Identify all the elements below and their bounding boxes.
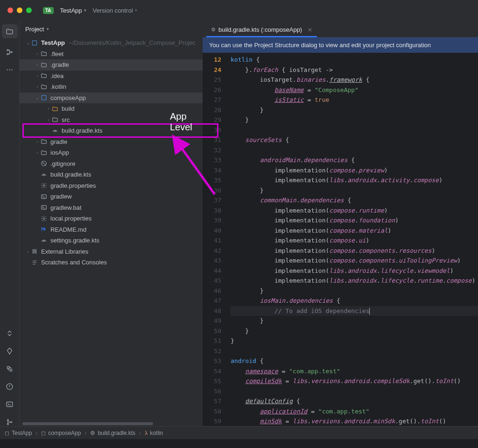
expand-icon[interactable]: › (25, 249, 31, 254)
project-view-selector[interactable]: Project ▾ (20, 21, 203, 37)
line-number[interactable]: 57 (203, 396, 221, 406)
expand-icon[interactable]: ⌄ (25, 40, 31, 45)
expand-icon[interactable]: › (35, 51, 40, 57)
code-line[interactable]: applicationId = "com.app.test" (231, 406, 478, 417)
expand-icon[interactable]: › (35, 150, 40, 155)
expand-icon[interactable]: › (46, 106, 51, 111)
code-line[interactable]: kotlin { (231, 55, 478, 65)
code-line[interactable]: defaultConfig { (231, 396, 478, 406)
code-line[interactable] (231, 145, 478, 156)
line-number[interactable]: 34 (203, 165, 221, 176)
code-line[interactable]: implementation(compose.material) (231, 226, 478, 236)
tree-node[interactable]: build.gradle.kts (20, 125, 203, 136)
code-line[interactable]: } (231, 115, 478, 125)
git-tool-icon[interactable] (6, 418, 14, 426)
line-number[interactable]: 47 (203, 296, 221, 306)
line-number[interactable]: 55 (203, 376, 221, 386)
line-number[interactable]: 42 (203, 246, 221, 256)
terminal-tool-icon[interactable] (6, 400, 14, 408)
tree-node[interactable]: README.md (20, 224, 203, 235)
expand-icon[interactable]: ⌄ (35, 95, 40, 100)
line-number[interactable]: 💡48 (203, 306, 221, 316)
line-number[interactable]: 44 (203, 266, 221, 276)
code-line[interactable]: } (231, 326, 478, 336)
line-number[interactable]: 36 (203, 185, 221, 196)
code-line[interactable]: sourceSets { (231, 135, 478, 145)
expand-icon[interactable]: › (35, 73, 40, 78)
line-number[interactable]: 52 (203, 346, 221, 356)
diamond-tool-icon[interactable] (6, 347, 14, 355)
line-number[interactable]: 40 (203, 226, 221, 236)
code-line[interactable]: android { (231, 356, 478, 366)
code-line[interactable]: namespace = "com.app.test" (231, 366, 478, 377)
line-number[interactable]: 26 (203, 85, 221, 95)
code-line[interactable] (231, 346, 478, 356)
tree-node[interactable]: ›External Libraries (20, 246, 203, 257)
code-line[interactable]: compileSdk = libs.versions.android.compi… (231, 376, 478, 386)
line-number[interactable]: 28 (203, 105, 221, 115)
zoom-window-icon[interactable] (26, 7, 32, 13)
line-number[interactable]: 50 (203, 326, 221, 336)
code-line[interactable]: implementation(compose.preview) (231, 165, 478, 176)
line-number[interactable]: 27 (203, 95, 221, 105)
more-tool-icon[interactable] (6, 65, 14, 74)
expand-icon[interactable]: › (35, 62, 40, 67)
tree-node[interactable]: build.gradle.kts (20, 169, 203, 180)
code-line[interactable]: implementation(compose.runtime) (231, 206, 478, 216)
line-number[interactable]: 53 (203, 356, 221, 366)
intention-bulb-icon[interactable]: 💡 (203, 306, 204, 316)
line-number[interactable]: 35 (203, 175, 221, 185)
code-line[interactable]: iosTarget.binaries.framework { (231, 75, 478, 85)
code-line[interactable]: baseName = "ComposeApp" (231, 85, 478, 95)
expand-icon[interactable]: › (35, 139, 40, 144)
project-structure-banner[interactable]: You can use the Project Structure dialog… (203, 37, 478, 53)
line-number[interactable]: 45 (203, 276, 221, 286)
expand-icon[interactable]: › (35, 84, 40, 89)
breadcrumb-item[interactable]: ◻TestApp› (5, 430, 37, 436)
code-line[interactable]: // To add iOS dependencies (231, 306, 478, 316)
line-number[interactable]: 41 (203, 235, 221, 246)
tree-node[interactable]: ›.kotlin (20, 81, 203, 92)
vcs-widget[interactable]: Version control ▾ (93, 7, 137, 14)
breadcrumb-item[interactable]: ⚙build.gradle.kts› (90, 430, 141, 436)
line-number[interactable]: 54 (203, 366, 221, 377)
code-line[interactable]: iosMain.dependencies { (231, 296, 478, 306)
minimize-window-icon[interactable] (17, 7, 22, 13)
tree-node[interactable]: gradlew (20, 191, 203, 202)
project-selector[interactable]: TestApp ▾ (60, 7, 86, 14)
code-line[interactable]: androidMain.dependencies { (231, 155, 478, 165)
line-number[interactable]: 31 (203, 135, 221, 145)
code-line[interactable]: } (231, 286, 478, 296)
line-number[interactable]: 12 (203, 55, 221, 65)
tree-node[interactable]: ›gradle (20, 136, 203, 148)
code-line[interactable]: } (231, 185, 478, 196)
tree-node[interactable]: ›.idea (20, 71, 203, 82)
line-number[interactable]: 25 (203, 75, 221, 85)
breadcrumb-item[interactable]: λkotlin (145, 430, 163, 436)
beaker-tool-icon[interactable] (6, 364, 14, 373)
tree-node[interactable]: ›.fleet (20, 49, 203, 60)
line-number[interactable]: 39 (203, 215, 221, 226)
line-number[interactable]: 59 (203, 416, 221, 426)
line-number[interactable]: 43 (203, 256, 221, 266)
line-number[interactable]: 49 (203, 316, 221, 326)
code-line[interactable]: commonMain.dependencies { (231, 195, 478, 206)
breadcrumb-item[interactable]: ◻composeApp› (41, 430, 86, 436)
code-line[interactable] (231, 125, 478, 135)
code-line[interactable]: implementation(libs.androidx.lifecycle.r… (231, 276, 478, 286)
project-tool-button[interactable] (2, 24, 18, 38)
tree-scrollbar[interactable] (20, 421, 203, 426)
expand-icon[interactable]: › (46, 117, 51, 122)
code-line[interactable]: implementation(compose.components.resour… (231, 246, 478, 256)
tree-node[interactable]: local.properties (20, 213, 203, 224)
code-line[interactable]: minSdk = libs.versions.android.minSdk.ge… (231, 416, 478, 426)
line-number[interactable]: 56 (203, 386, 221, 397)
tree-node[interactable]: ⌄composeApp (20, 92, 203, 104)
structure-tool-icon[interactable] (6, 48, 14, 56)
code-line[interactable]: } (231, 105, 478, 115)
problems-tool-icon[interactable] (6, 382, 14, 391)
tree-node[interactable]: gradlew.bat (20, 202, 203, 213)
line-number[interactable]: 24 (203, 65, 221, 75)
code-line[interactable] (231, 386, 478, 397)
line-number[interactable]: 58 (203, 406, 221, 417)
